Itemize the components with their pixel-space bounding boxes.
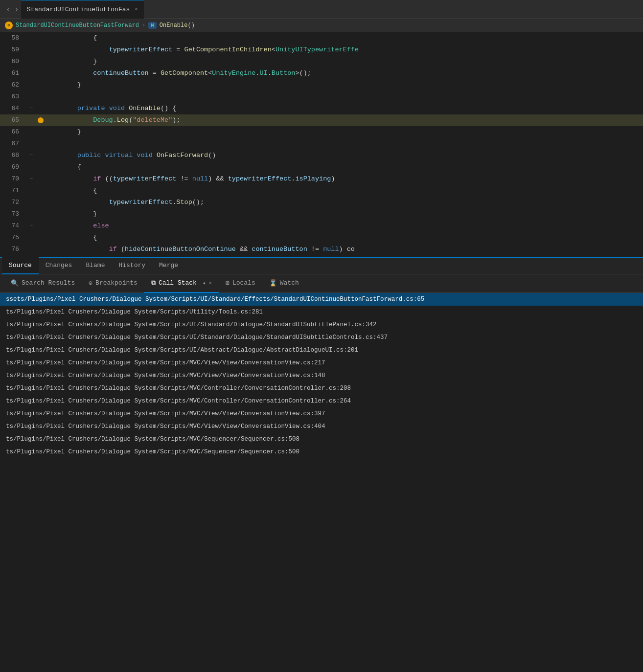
fold-68[interactable]: −: [27, 150, 36, 161]
fold-64[interactable]: −: [27, 103, 36, 114]
code-line-74: 74 − else: [0, 220, 643, 232]
call-stack-path-10: ts/Plugins/Pixel Crushers/Dialogue Syste…: [6, 423, 325, 430]
breakpoints-icon: ⊙: [89, 279, 92, 287]
line-number-64: 64: [0, 103, 27, 114]
code-line-72: 72 typewriterEffect.Stop();: [0, 197, 643, 208]
code-content-64: private void OnEnable() {: [46, 103, 643, 114]
code-line-68: 68 − public virtual void OnFastForward(): [0, 150, 643, 161]
code-content-62: }: [46, 79, 643, 91]
breadcrumb-method: OnEnable(): [160, 22, 195, 29]
call-stack-item-11[interactable]: ts/Plugins/Pixel Crushers/Dialogue Syste…: [0, 433, 643, 446]
tab-merge-label: Merge: [159, 262, 178, 269]
code-line-73: 73 }: [0, 208, 643, 220]
line-number-68: 68: [0, 150, 27, 161]
editor-area: 58 { 59 typewriterEffect = GetComponentI…: [0, 32, 643, 257]
tab-call-stack-label: Call Stack: [159, 279, 197, 287]
call-stack-item-4[interactable]: ts/Plugins/Pixel Crushers/Dialogue Syste…: [0, 344, 643, 357]
tab-watch[interactable]: ⌛ Watch: [262, 274, 306, 293]
code-content-70: if ((typewriterEffect != null) && typewr…: [46, 173, 643, 185]
call-stack-item-10[interactable]: ts/Plugins/Pixel Crushers/Dialogue Syste…: [0, 420, 643, 433]
line-number-58: 58: [0, 32, 27, 44]
tab-call-stack[interactable]: ⧉ Call Stack ✦ ×: [144, 274, 219, 293]
code-content-75: {: [46, 232, 643, 244]
search-icon: 🔍: [11, 279, 19, 287]
call-stack-item-9[interactable]: ts/Plugins/Pixel Crushers/Dialogue Syste…: [0, 407, 643, 420]
line-number-74: 74: [0, 220, 27, 232]
code-line-67: 67: [0, 138, 643, 150]
tab-blame[interactable]: Blame: [79, 257, 112, 274]
tab-breakpoints[interactable]: ⊙ Breakpoints: [82, 274, 144, 293]
class-icon: ⊙: [5, 22, 13, 29]
tab-search-results[interactable]: 🔍 Search Results: [4, 274, 82, 293]
line-number-66: 66: [0, 126, 27, 138]
call-stack-item-7[interactable]: ts/Plugins/Pixel Crushers/Dialogue Syste…: [0, 382, 643, 395]
tab-changes[interactable]: Changes: [39, 257, 79, 274]
locals-icon: ⊞: [226, 279, 230, 287]
code-line-61: 61 continueButton = GetComponent<UnityEn…: [0, 67, 643, 79]
code-line-64: 64 − private void OnEnable() {: [0, 103, 643, 114]
call-stack-path-3: ts/Plugins/Pixel Crushers/Dialogue Syste…: [6, 334, 388, 341]
code-content-65: Debug.Log("deleteMe");: [46, 114, 643, 126]
code-line-70: 70 − if ((typewriterEffect != null) && t…: [0, 173, 643, 185]
editor-tab[interactable]: StandardUIContinueButtonFas ×: [21, 0, 144, 19]
code-content-69: {: [46, 161, 643, 173]
debug-tab-bar: 🔍 Search Results ⊙ Breakpoints ⧉ Call St…: [0, 274, 643, 293]
code-content-76: if (hideContinueButtonOnContinue && cont…: [46, 244, 643, 255]
tab-watch-label: Watch: [280, 279, 299, 287]
tab-close-icon[interactable]: ×: [135, 6, 138, 12]
call-stack-results: ssets/Plugins/Pixel Crushers/Dialogue Sy…: [0, 293, 643, 672]
code-line-71: 71 {: [0, 185, 643, 197]
source-tab-bar: Source Changes Blame History Merge: [0, 257, 643, 274]
line-number-65: 65: [0, 114, 27, 126]
call-stack-item-5[interactable]: ts/Plugins/Pixel Crushers/Dialogue Syste…: [0, 357, 643, 369]
line-number-62: 62: [0, 79, 27, 91]
line-number-59: 59: [0, 44, 27, 56]
code-line-66: 66 }: [0, 126, 643, 138]
method-badge: M: [148, 22, 157, 29]
call-stack-item-8[interactable]: ts/Plugins/Pixel Crushers/Dialogue Syste…: [0, 395, 643, 407]
call-stack-item-6[interactable]: ts/Plugins/Pixel Crushers/Dialogue Syste…: [0, 369, 643, 382]
line-number-60: 60: [0, 56, 27, 67]
call-stack-item-0[interactable]: ssets/Plugins/Pixel Crushers/Dialogue Sy…: [0, 293, 643, 306]
call-stack-item-12[interactable]: ts/Plugins/Pixel Crushers/Dialogue Syste…: [0, 446, 643, 458]
code-content-71: {: [46, 185, 643, 197]
code-content-66: }: [46, 126, 643, 138]
tab-source[interactable]: Source: [2, 257, 39, 274]
breadcrumb-bar: ⊙ StandardUIContinueButtonFastForward › …: [0, 19, 643, 32]
call-stack-close-icon[interactable]: ×: [209, 280, 212, 286]
tab-source-label: Source: [9, 262, 32, 269]
fold-70[interactable]: −: [27, 173, 36, 185]
svg-point-0: [38, 117, 44, 123]
tab-history[interactable]: History: [112, 257, 152, 274]
call-stack-path-4: ts/Plugins/Pixel Crushers/Dialogue Syste…: [6, 347, 358, 354]
tab-merge[interactable]: Merge: [152, 257, 185, 274]
call-stack-path-11: ts/Plugins/Pixel Crushers/Dialogue Syste…: [6, 436, 299, 443]
call-stack-path-7: ts/Plugins/Pixel Crushers/Dialogue Syste…: [6, 385, 351, 392]
tab-changes-label: Changes: [46, 262, 72, 269]
call-stack-path-8: ts/Plugins/Pixel Crushers/Dialogue Syste…: [6, 398, 351, 404]
line-number-73: 73: [0, 208, 27, 220]
code-line-75: 75 {: [0, 232, 643, 244]
breadcrumb-separator: ›: [142, 22, 145, 29]
back-button[interactable]: ‹: [4, 0, 12, 19]
line-number-72: 72: [0, 197, 27, 208]
fold-74[interactable]: −: [27, 220, 36, 232]
call-stack-item-2[interactable]: ts/Plugins/Pixel Crushers/Dialogue Syste…: [0, 318, 643, 331]
call-stack-item-3[interactable]: ts/Plugins/Pixel Crushers/Dialogue Syste…: [0, 331, 643, 344]
gutter-breakpoint-65: [36, 117, 46, 124]
call-stack-item-1[interactable]: ts/Plugins/Pixel Crushers/Dialogue Syste…: [0, 306, 643, 318]
tab-search-results-label: Search Results: [22, 279, 75, 287]
forward-button[interactable]: ›: [12, 0, 21, 19]
call-stack-path-5: ts/Plugins/Pixel Crushers/Dialogue Syste…: [6, 359, 325, 366]
call-stack-path-12: ts/Plugins/Pixel Crushers/Dialogue Syste…: [6, 448, 299, 455]
tab-locals[interactable]: ⊞ Locals: [219, 274, 262, 293]
line-number-70: 70: [0, 173, 27, 185]
line-number-63: 63: [0, 91, 27, 103]
code-content-59: typewriterEffect = GetComponentInChildre…: [46, 44, 643, 56]
tab-history-label: History: [118, 262, 145, 269]
code-content-60: }: [46, 56, 643, 67]
line-number-76: 76: [0, 244, 27, 255]
call-stack-icon: ⧉: [151, 279, 156, 287]
call-stack-path-1: ts/Plugins/Pixel Crushers/Dialogue Syste…: [6, 309, 263, 315]
line-number-67: 67: [0, 138, 27, 150]
